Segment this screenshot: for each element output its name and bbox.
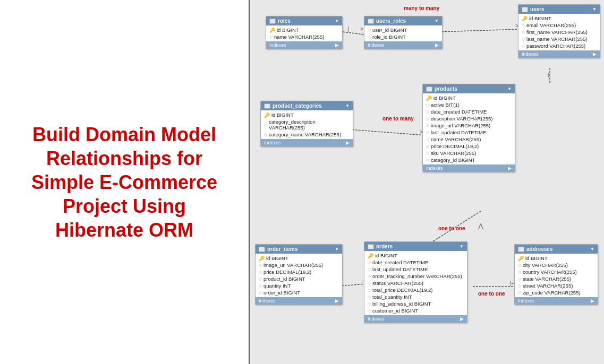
field-o-totalqty: ◇ total_quantity INT [364, 293, 467, 300]
key-icon: 🔑 [522, 16, 528, 21]
table-name-addresses: addresses [526, 246, 552, 252]
arrow-users: ▼ [592, 7, 597, 12]
arrow-orders: ▼ [460, 244, 464, 249]
diamond-icon: ◇ [518, 276, 521, 281]
svg-line-5 [343, 129, 425, 135]
field-o-billingaddr: ◇ billing_address_id BIGINT [364, 300, 467, 307]
field-o-totalprice: ◇ total_price DECIMAL(19,2) [364, 287, 467, 293]
right-panel: | > > > ‡ ⋀ >< —| |— many to many one to… [250, 0, 604, 364]
diamond-icon: ◇ [368, 267, 371, 272]
table-name-orders: orders [376, 244, 393, 249]
svg-line-3 [438, 29, 521, 32]
table-header-product-categories: product_categories ▼ [261, 101, 353, 110]
table-name-users-roles: users_roles [376, 18, 406, 24]
diamond-icon: ◇ [264, 123, 267, 127]
table-icon-orders [368, 244, 374, 249]
table-products: products ▼ 🔑 id BIGINT ◇ active BIT(1) ◇… [422, 84, 515, 172]
diamond-icon: ◇ [426, 151, 429, 155]
field-oi-imageurl: ◇ image_url VARCHAR(255) [256, 262, 342, 268]
table-name-roles: roles [278, 18, 291, 24]
key-icon: 🔑 [269, 28, 275, 33]
indexes-product-categories: Indexes ▶ [261, 139, 353, 146]
field-pc-id: 🔑 id BIGINT [261, 111, 353, 118]
table-name-users: users [530, 6, 545, 12]
label-one-to-one-mid: one to one [438, 226, 465, 231]
arrow-roles: ▼ [335, 19, 339, 23]
field-p-lastupdated: ◇ last_updated DATETIME [423, 129, 515, 136]
diamond-icon: ◇ [368, 308, 371, 313]
table-body-addresses: 🔑 id BIGINT ◇ city VARCHAR(255) ◇ countr… [515, 254, 598, 297]
diamond-icon: ◇ [368, 28, 371, 32]
diamond-icon: ◇ [368, 288, 371, 292]
field-o-customerid: ◇ customer_id BIGINT [364, 307, 467, 314]
arrow-order-items: ▼ [335, 247, 339, 252]
table-body-orders: 🔑 id BIGINT ◇ date_created DATETIME ◇ la… [364, 251, 467, 315]
field-users-firstname: ◇ first_name VARCHAR(255) [518, 29, 600, 36]
table-body-order-items: 🔑 id BIGINT ◇ image_url VARCHAR(255) ◇ p… [256, 254, 342, 297]
label-many-to-many: many to many [404, 5, 439, 11]
indexes-roles: Indexes ▶ [266, 41, 342, 49]
field-users-lastname: ◇ last_name VARCHAR(255) [518, 36, 600, 42]
indexes-addresses: Indexes ▶ [515, 297, 598, 305]
field-roles-id: 🔑 id BIGINT [266, 27, 342, 33]
diamond-icon: ◇ [426, 123, 429, 128]
field-pc-catname: ◇ category_name VARCHAR(255) [261, 131, 353, 138]
field-oi-productid: ◇ product_id BIGINT [256, 275, 342, 282]
table-header-orders: orders ▼ [364, 242, 467, 251]
field-a-city: ◇ city VARCHAR(255) [515, 262, 598, 268]
diamond-icon: ◇ [426, 137, 429, 142]
diamond-icon: ◇ [368, 274, 371, 279]
key-icon: 🔑 [264, 112, 270, 118]
field-a-state: ◇ state VARCHAR(255) [515, 275, 598, 282]
field-ur-roleid: ◇ role_id BIGINT [364, 33, 442, 40]
table-roles: roles ▼ 🔑 id BIGINT ◇ name VARCHAR(255) … [266, 16, 343, 49]
table-icon-addresses [518, 247, 524, 252]
left-panel: Build Domain Model Relationships for Sim… [0, 0, 250, 364]
diamond-icon: ◇ [259, 290, 262, 295]
table-icon-product-categories [264, 103, 270, 109]
table-body-roles: 🔑 id BIGINT ◇ name VARCHAR(255) [266, 25, 342, 41]
indexes-users-roles: Indexes ▶ [364, 41, 442, 49]
diamond-icon: ◇ [522, 23, 525, 28]
key-icon: 🔑 [518, 256, 524, 261]
label-one-to-one-right: one to one [478, 291, 505, 297]
table-name-product-categories: product_categories [273, 103, 322, 109]
svg-text:⋀: ⋀ [478, 222, 483, 230]
field-o-lastupdated: ◇ last_updated DATETIME [364, 266, 467, 273]
field-p-datecreated: ◇ date_created DATETIME [423, 108, 515, 115]
table-icon-order-items [259, 247, 265, 252]
arrow-product-categories: ▼ [345, 103, 350, 108]
field-ur-userid: ◇ user_id BIGINT [364, 27, 442, 33]
table-orders: orders ▼ 🔑 id BIGINT ◇ date_created DATE… [364, 241, 467, 323]
diamond-icon: ◇ [368, 260, 371, 265]
table-icon-users-roles [368, 19, 374, 24]
indexes-orders: Indexes ▶ [364, 315, 467, 323]
field-o-id: 🔑 id BIGINT [364, 252, 467, 259]
table-icon-products [426, 86, 432, 92]
diamond-icon: ◇ [368, 301, 371, 306]
field-p-active: ◇ active BIT(1) [423, 101, 515, 108]
table-order-items: order_items ▼ 🔑 id BIGINT ◇ image_url VA… [255, 244, 343, 305]
diamond-icon: ◇ [368, 294, 371, 299]
arrow-users-roles: ▼ [435, 19, 439, 23]
key-icon: 🔑 [426, 96, 432, 101]
field-o-trackingnum: ◇ order_tracking_number VARCHAR(255) [364, 273, 467, 280]
field-p-imageurl: ◇ image_url VARCHAR(255) [423, 122, 515, 129]
field-oi-quantity: ◇ quantity INT [256, 282, 342, 289]
diamond-icon: ◇ [518, 283, 521, 288]
field-pc-catdesc: ◇ category_description VARCHAR(255) [261, 118, 353, 131]
field-oi-price: ◇ price DECIMAL(19,2) [256, 268, 342, 275]
field-users-email: ◇ email VARCHAR(255) [518, 22, 600, 29]
field-p-name: ◇ name VARCHAR(255) [423, 136, 515, 143]
table-body-product-categories: 🔑 id BIGINT ◇ category_description VARCH… [261, 110, 353, 139]
arrow-addresses: ▼ [590, 247, 594, 252]
label-one-to-many: one to many [382, 116, 414, 122]
field-o-status: ◇ status VARCHAR(255) [364, 280, 467, 287]
field-oi-id: 🔑 id BIGINT [256, 255, 342, 262]
table-name-order-items: order_items [267, 246, 297, 252]
field-a-zipcode: ◇ zip_code VARCHAR(255) [515, 289, 598, 296]
diamond-icon: ◇ [269, 34, 273, 39]
diamond-icon: ◇ [368, 281, 371, 285]
diamond-icon: ◇ [264, 132, 267, 137]
field-users-id: 🔑 id BIGINT [518, 15, 600, 22]
